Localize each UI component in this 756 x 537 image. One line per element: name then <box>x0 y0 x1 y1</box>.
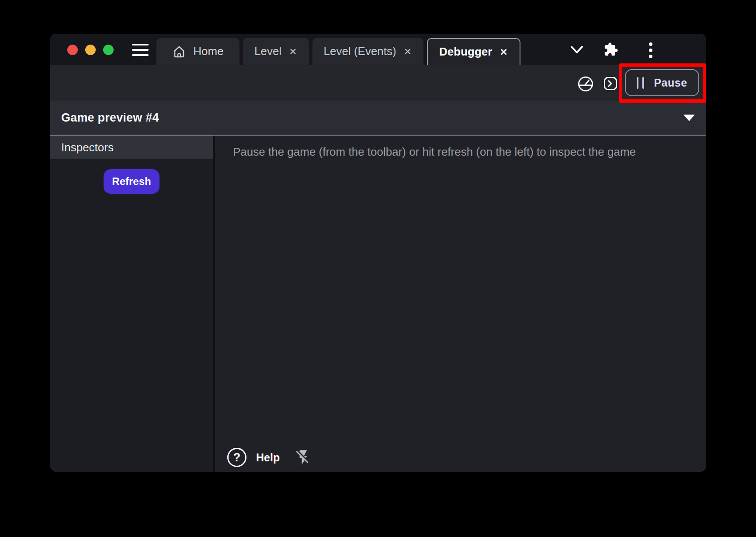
close-tab-icon[interactable]: × <box>288 45 297 58</box>
main-menu-icon[interactable] <box>132 44 149 56</box>
minimize-window-button[interactable] <box>85 45 96 55</box>
caret-down-icon[interactable] <box>683 115 695 121</box>
refresh-button[interactable]: Refresh <box>104 169 160 194</box>
inspector-panel: Pause the game (from the toolbar) or hit… <box>215 136 706 472</box>
game-preview-title: Game preview #4 <box>61 111 159 125</box>
pause-icon <box>637 77 644 89</box>
game-preview-header[interactable]: Game preview #4 <box>50 101 706 136</box>
tab-label: Level (Events) <box>324 45 396 58</box>
tab-label: Debugger <box>439 45 492 59</box>
tab-label: Level <box>254 45 281 58</box>
console-icon[interactable] <box>603 77 617 91</box>
zoom-window-button[interactable] <box>103 45 114 55</box>
desktop-background: Home Level × Level (Events) × Debugger × <box>0 0 756 537</box>
extensions-puzzle-icon[interactable] <box>603 42 619 57</box>
inspectors-header: Inspectors <box>50 136 213 159</box>
tab-label: Home <box>193 45 223 58</box>
home-icon <box>172 45 186 59</box>
inspectors-sidebar: Inspectors Refresh <box>50 136 213 472</box>
flash-off-icon[interactable] <box>295 447 312 467</box>
tab-bar: Home Level × Level (Events) × Debugger × <box>50 34 706 65</box>
tab-strip: Home Level × Level (Events) × Debugger × <box>156 38 520 65</box>
help-icon[interactable]: ? <box>227 448 246 467</box>
inspector-hint-message: Pause the game (from the toolbar) or hit… <box>233 145 706 159</box>
tab-debugger[interactable]: Debugger × <box>427 38 520 65</box>
pause-button-label: Pause <box>654 77 687 89</box>
inspectors-title: Inspectors <box>61 141 114 154</box>
close-tab-icon[interactable]: × <box>499 46 508 58</box>
help-label[interactable]: Help <box>256 451 280 464</box>
tab-level[interactable]: Level × <box>243 38 309 65</box>
close-window-button[interactable] <box>67 45 78 55</box>
panel-footer: ? Help <box>227 447 312 467</box>
chevron-down-icon[interactable] <box>568 43 586 56</box>
tab-home[interactable]: Home <box>156 38 239 65</box>
profiler-gauge-icon[interactable] <box>577 76 594 92</box>
window-controls <box>67 45 114 55</box>
tab-level-events[interactable]: Level (Events) × <box>312 38 424 65</box>
debugger-window: Home Level × Level (Events) × Debugger × <box>50 34 706 472</box>
debugger-toolbar: Pause <box>50 65 706 101</box>
close-tab-icon[interactable]: × <box>403 45 412 58</box>
debugger-content: Inspectors Refresh Pause the game (from … <box>50 136 706 472</box>
more-vertical-icon[interactable] <box>648 42 654 59</box>
pause-button[interactable]: Pause <box>625 69 699 96</box>
